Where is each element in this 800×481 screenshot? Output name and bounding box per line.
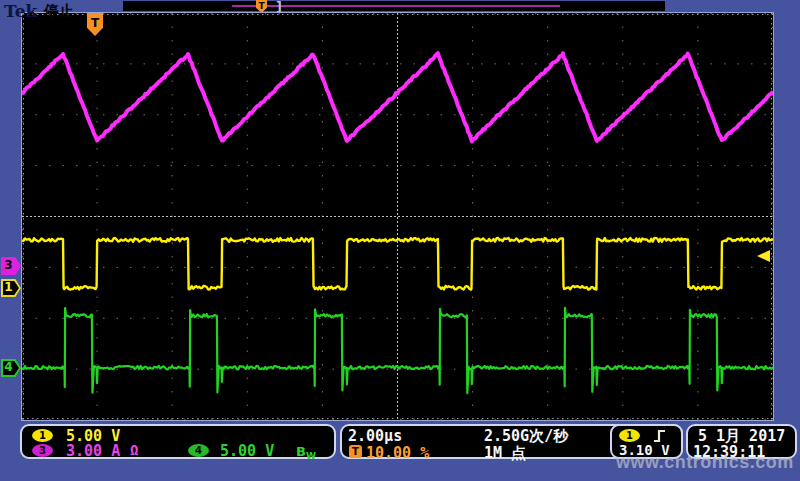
tek-logo: Tek	[4, 1, 37, 21]
ch4-badge[interactable]: 4	[188, 444, 209, 457]
trigger-t-icon: T	[349, 445, 362, 458]
trigger-level-arrow-icon[interactable]	[757, 250, 770, 262]
oscilloscope-screen: Tek 停止 T ] T 3 1 4 1 5.00 V 3 3.00 A Ω 4…	[0, 0, 800, 481]
record-length-readout: 1M 点	[484, 444, 526, 463]
ch1-badge[interactable]: 1	[32, 429, 53, 442]
ch3-badge[interactable]: 3	[32, 444, 53, 457]
ch4-ref-marker[interactable]: 4	[1, 359, 21, 377]
trigger-source-badge[interactable]: 1	[619, 429, 640, 442]
waveform-svg	[22, 13, 773, 420]
ch3-scale-readout: 3.00 A	[66, 442, 120, 460]
record-view-bar: T ]	[123, 1, 665, 11]
timebase-readout: 2.00µs	[348, 427, 402, 445]
trigger-position-readout: 10.00 %	[366, 444, 429, 462]
ch1-ref-marker[interactable]: 1	[1, 279, 21, 297]
acquisition-status: 停止	[44, 2, 74, 21]
ch3-coupling-readout: Ω	[130, 442, 138, 458]
record-window-bracket: ]	[276, 0, 282, 14]
ch4-scale-readout: 5.00 V	[220, 442, 274, 460]
graticule	[21, 12, 774, 421]
ch3-ref-marker[interactable]: 3	[1, 257, 21, 275]
watermark: www.cntronics.com	[616, 452, 794, 473]
bandwidth-limit-icon: BW	[296, 444, 316, 461]
channel-readout-box: 1 5.00 V 3 3.00 A Ω 4 5.00 V BW	[20, 424, 336, 459]
